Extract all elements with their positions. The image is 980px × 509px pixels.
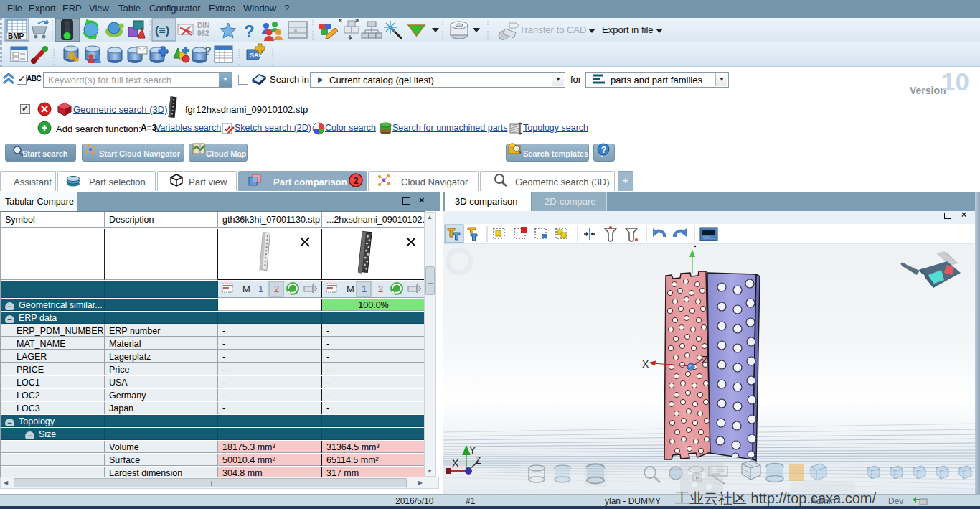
svg-text:X: X <box>642 358 649 370</box>
svg-text:?: ? <box>204 45 212 57</box>
svg-text:?: ? <box>244 22 255 41</box>
svg-text:X: X <box>452 457 459 469</box>
svg-text:Transfer to CAD: Transfer to CAD <box>519 24 586 35</box>
svg-text:Z: Z <box>475 454 481 466</box>
svg-text:2: 2 <box>378 284 383 294</box>
svg-text:BMP: BMP <box>8 32 24 40</box>
svg-text:1: 1 <box>258 284 263 294</box>
svg-text:(≡): (≡) <box>155 24 169 37</box>
svg-text:2: 2 <box>274 284 279 294</box>
svg-text:Z: Z <box>702 353 708 365</box>
svg-text:DIN: DIN <box>197 22 209 29</box>
svg-text:M: M <box>347 284 354 294</box>
svg-text:962: 962 <box>197 29 209 37</box>
svg-text:Export in file: Export in file <box>602 24 654 35</box>
svg-text:1: 1 <box>362 284 367 294</box>
svg-text:M: M <box>242 284 250 294</box>
